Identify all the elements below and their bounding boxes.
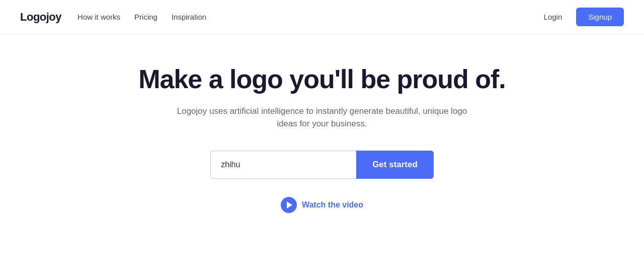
header: Logojoy How it works Pricing Inspiration… (0, 0, 644, 34)
nav-inspiration[interactable]: Inspiration (172, 13, 206, 21)
hero-section: Make a logo you'll be proud of. Logojoy … (0, 34, 644, 223)
main-nav: How it works Pricing Inspiration (77, 13, 206, 21)
nav-how-it-works[interactable]: How it works (77, 13, 120, 21)
signup-button[interactable]: Signup (576, 8, 624, 26)
hero-subtitle: Logojoy uses artificial intelligence to … (166, 105, 478, 130)
watch-video-label: Watch the video (302, 200, 363, 210)
header-right: Login Signup (538, 8, 624, 26)
watch-video-row[interactable]: Watch the video (281, 197, 363, 213)
search-input[interactable] (210, 151, 356, 179)
logo[interactable]: Logojoy (20, 11, 61, 24)
get-started-button[interactable]: Get started (356, 151, 434, 179)
header-left: Logojoy How it works Pricing Inspiration (20, 11, 206, 24)
nav-pricing[interactable]: Pricing (134, 13, 157, 21)
hero-title: Make a logo you'll be proud of. (138, 64, 506, 95)
login-button[interactable]: Login (538, 9, 569, 25)
search-row: Get started (210, 151, 434, 179)
play-icon (281, 197, 297, 213)
